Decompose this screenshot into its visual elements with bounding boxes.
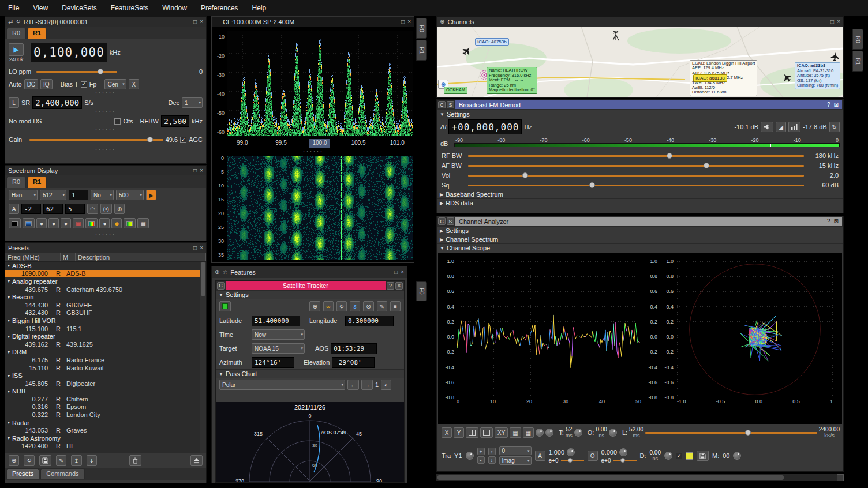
- sampling-mode-combo[interactable]: Cen: [104, 79, 126, 89]
- transverter-button[interactable]: X: [129, 79, 139, 89]
- spectrum-tab-r0[interactable]: R0: [6, 177, 26, 188]
- resize-handle[interactable]: ······: [212, 150, 415, 154]
- preset-item-row[interactable]: 6.175RRadio France: [5, 356, 206, 364]
- preset-item-row[interactable]: 15.110RRadio Kuwait: [5, 364, 206, 372]
- import-preset-button[interactable]: ↧: [87, 455, 97, 466]
- add-preset-button[interactable]: ⊕: [9, 455, 19, 466]
- amplitude-dial[interactable]: [567, 448, 575, 456]
- range-field[interactable]: 62: [43, 204, 63, 214]
- preset-group-row[interactable]: ▾NDB: [5, 388, 206, 396]
- shrink-icon[interactable]: □: [394, 269, 398, 275]
- scope-display-area[interactable]: 1.00.80.60.40.20.0-0.2-0.4-0.6-0.8 01020…: [438, 253, 842, 424]
- spectrum-palette-button[interactable]: [124, 218, 136, 228]
- slider-handle[interactable]: [704, 163, 709, 168]
- dark-theme-button[interactable]: ◐: [381, 380, 391, 390]
- channels-tab-r0[interactable]: R0: [852, 29, 863, 50]
- preset-group-row[interactable]: ▾ADS-B: [5, 262, 206, 270]
- trace-select-combo[interactable]: 0: [499, 446, 532, 455]
- shrink-icon[interactable]: □: [193, 19, 197, 25]
- map-target-button[interactable]: ⊕: [309, 301, 320, 311]
- trace-color-swatch[interactable]: [686, 452, 693, 460]
- collapse-arrow-icon[interactable]: ▾: [8, 350, 10, 355]
- sq-slider[interactable]: [468, 182, 804, 189]
- collapse-arrow-icon[interactable]: ▾: [8, 295, 10, 300]
- collapse-arrow-icon[interactable]: ▾: [8, 263, 10, 268]
- preset-group-row[interactable]: ▾Radar: [5, 419, 206, 427]
- channel-analyzer-titlebar[interactable]: Channel Analyzer ? ⊠: [455, 217, 842, 226]
- projection-combo[interactable]: Imag: [499, 456, 532, 465]
- spectrum-play-button[interactable]: ▶: [146, 190, 156, 200]
- menu-item-file[interactable]: File: [7, 4, 20, 12]
- preset-item-row[interactable]: 0.277RChiltern: [5, 395, 206, 403]
- reload-device-icon[interactable]: ↻: [16, 19, 20, 25]
- amplitude-exp-slider[interactable]: [561, 457, 584, 463]
- shrink-icon[interactable]: □: [401, 19, 405, 25]
- aircraft-icao-label[interactable]: ICAO: 40753b: [475, 38, 509, 46]
- settings-section-header[interactable]: ▼ Settings: [437, 110, 843, 118]
- trace-visible-checkbox[interactable]: ✓: [676, 453, 682, 459]
- horizontal-split-button[interactable]: [466, 427, 478, 438]
- dc-correction-button[interactable]: DC: [24, 79, 38, 89]
- chart-mode-combo[interactable]: Polar: [219, 380, 345, 390]
- ofs-checkbox[interactable]: [114, 118, 121, 125]
- preset-item-row[interactable]: 432.430RGB3UHF: [5, 309, 206, 317]
- feature-color-button[interactable]: C: [217, 282, 225, 290]
- slider-handle[interactable]: [98, 69, 103, 74]
- add-trace-button[interactable]: +: [477, 448, 485, 455]
- remove-trace-button[interactable]: -: [477, 456, 485, 464]
- window-function-combo[interactable]: Han: [9, 190, 38, 200]
- preset-group-row[interactable]: ▾Radio Astronomy: [5, 434, 206, 442]
- ref-level-field[interactable]: -2: [21, 204, 41, 214]
- markers-button[interactable]: ◆: [111, 218, 122, 228]
- decay-field[interactable]: 5: [65, 204, 85, 214]
- audio-stereo-button[interactable]: [788, 122, 800, 132]
- trace-shift-dial[interactable]: [466, 452, 474, 460]
- trace-down-button[interactable]: ↓: [488, 456, 496, 464]
- help-icon[interactable]: ?: [387, 282, 394, 290]
- preset-group-row[interactable]: ▾ISS: [5, 371, 206, 380]
- collapse-arrow-icon[interactable]: ▾: [8, 334, 10, 339]
- device-titlebar[interactable]: ⇄ ↻ RTL-SDR[0] 00000001 □ ×: [5, 17, 206, 27]
- channel-settings-button[interactable]: S: [447, 101, 454, 108]
- audio-mute-button[interactable]: [761, 122, 773, 132]
- horizontal-scrollbar[interactable]: [436, 474, 844, 481]
- decimation-combo[interactable]: 1: [182, 97, 203, 108]
- waterfall-area[interactable]: 05101520253035: [212, 155, 415, 262]
- memory-dial[interactable]: [733, 452, 741, 460]
- load-preset-button[interactable]: [190, 455, 203, 466]
- close-icon[interactable]: ×: [395, 282, 403, 290]
- menu-item-view[interactable]: View: [32, 4, 49, 12]
- close-icon[interactable]: ⊠: [834, 102, 839, 108]
- spectrum-display-titlebar[interactable]: Spectrum Display □ ×: [5, 166, 206, 175]
- channel-spectrum-section-header[interactable]: ▶ Channel Spectrum: [437, 235, 843, 243]
- preset-item-row[interactable]: 1420.400RHI: [5, 442, 206, 451]
- column-m[interactable]: M: [61, 253, 76, 261]
- move-icon[interactable]: ⇄: [8, 19, 13, 25]
- delay-dial[interactable]: [664, 452, 672, 460]
- trace-intensity-dial[interactable]: [545, 429, 553, 437]
- low-sample-rate-button[interactable]: L: [9, 97, 19, 108]
- preset-item-row[interactable]: 0.322RLondon City: [5, 411, 206, 419]
- time-combo[interactable]: Now: [252, 329, 305, 340]
- menu-item-help[interactable]: Help: [251, 4, 268, 12]
- close-icon[interactable]: ×: [407, 19, 411, 25]
- workspace-tab-f0[interactable]: F0: [416, 281, 427, 301]
- timebase-dial[interactable]: [574, 429, 582, 437]
- invert-waterfall-button[interactable]: ●: [99, 218, 110, 228]
- resize-handle[interactable]: ······: [5, 233, 206, 237]
- averaging-mode-combo[interactable]: No: [91, 190, 114, 200]
- next-pass-button[interactable]: →: [361, 380, 373, 390]
- grid-intensity-dial[interactable]: [536, 429, 544, 437]
- preset-item-row[interactable]: 0.316REpsom: [5, 403, 206, 411]
- trace-offset-dial[interactable]: [619, 448, 627, 456]
- column-description[interactable]: Description: [76, 253, 206, 261]
- collapse-arrow-icon[interactable]: ▾: [8, 389, 10, 394]
- preset-item-row[interactable]: 115.100R115.1: [5, 325, 206, 333]
- star-icon[interactable]: ☆: [222, 269, 227, 275]
- refresh-rate-combo[interactable]: 500: [116, 190, 144, 200]
- collapse-arrow-icon[interactable]: ▾: [8, 420, 10, 425]
- scrollbar-thumb[interactable]: [437, 475, 784, 480]
- crosshair-icon[interactable]: ⊕: [114, 204, 125, 214]
- channels-titlebar[interactable]: ⊕ Channels □ ×: [437, 17, 843, 27]
- spectrum-plot-area[interactable]: -10-20-30-40-50-60: [212, 27, 415, 139]
